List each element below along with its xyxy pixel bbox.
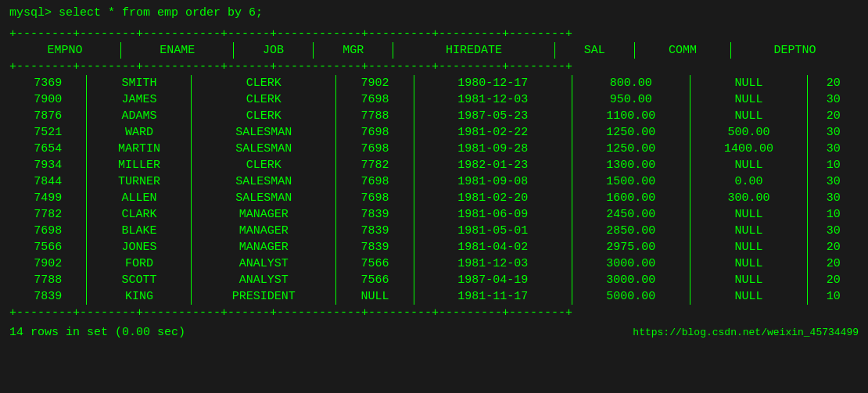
table-row: 7698BLAKEMANAGER78391981-05-012850.00NUL… [9,223,859,239]
table-cell: 10 [808,288,859,305]
col-empno: EMPNO [9,42,121,59]
table-cell: 7839 [336,239,414,255]
table-cell: 7698 [336,124,414,141]
table-cell: 7698 [336,173,414,190]
table-cell: 1981-12-03 [414,255,572,272]
table-cell: NULL [336,288,414,305]
table-cell: 500.00 [690,124,808,141]
table-cell: MANAGER [192,239,336,255]
table-cell: NULL [690,91,808,108]
table-cell: 10 [808,157,859,173]
table-cell: CLERK [192,157,336,173]
table-cell: ADAMS [87,108,192,124]
table-cell: NULL [690,255,808,272]
top-separator: +--------+--------+-----------+------+--… [9,26,859,42]
table-cell: 7844 [9,173,87,190]
table-cell: NULL [690,206,808,223]
table-cell: 7782 [9,206,87,223]
table-cell: NULL [690,108,808,124]
table-cell: 2450.00 [572,206,690,223]
table-cell: 7698 [9,223,87,239]
table-row: 7521WARDSALESMAN76981981-02-221250.00500… [9,124,859,141]
table-cell: 30 [808,91,859,108]
table-row: 7844TURNERSALESMAN76981981-09-081500.000… [9,173,859,190]
table-cell: 7876 [9,108,87,124]
table-row: 7369SMITHCLERK79021980-12-17800.00NULL20 [9,75,859,91]
table-cell: 1987-05-23 [414,108,572,124]
table-cell: 0.00 [690,173,808,190]
col-job: JOB [234,42,314,59]
table-cell: 20 [808,108,859,124]
table-row: 7900JAMESCLERK76981981-12-03950.00NULL30 [9,91,859,108]
table-cell: 1100.00 [572,108,690,124]
table-cell: 7654 [9,141,87,157]
table-cell: SMITH [87,75,192,91]
table-cell: 1500.00 [572,173,690,190]
table-cell: FORD [87,255,192,272]
table-cell: 7900 [9,91,87,108]
table-row: 7499ALLENSALESMAN76981981-02-201600.0030… [9,190,859,206]
table-cell: 20 [808,255,859,272]
table-cell: 7698 [336,190,414,206]
table-cell: 7788 [336,108,414,124]
table-cell: 7902 [9,255,87,272]
table-cell: 300.00 [690,190,808,206]
row-count: 14 rows in set (0.00 sec) [9,326,185,339]
table-cell: 7934 [9,157,87,173]
table-cell: 800.00 [572,75,690,91]
table-cell: SCOTT [87,272,192,288]
table-cell: PRESIDENT [192,288,336,305]
table-cell: 7839 [9,288,87,305]
table-cell: 1981-06-09 [414,206,572,223]
table-cell: 7566 [336,255,414,272]
table-cell: 1981-02-20 [414,190,572,206]
table-row: 7902FORDANALYST75661981-12-033000.00NULL… [9,255,859,272]
table-cell: 1981-05-01 [414,223,572,239]
table-cell: ANALYST [192,255,336,272]
table-cell: 7839 [336,206,414,223]
table-cell: 1987-04-19 [414,272,572,288]
table-cell: WARD [87,124,192,141]
table-cell: 10 [808,206,859,223]
table-cell: SALESMAN [192,141,336,157]
table-cell: 7698 [336,141,414,157]
table-cell: NULL [690,272,808,288]
table-cell: ALLEN [87,190,192,206]
table-cell: 1981-09-08 [414,173,572,190]
blog-url: https://blog.csdn.net/weixin_45734499 [633,327,859,338]
table-header-row: EMPNO ENAME JOB MGR HIREDATE SAL COMM DE… [9,42,859,59]
table-cell: 20 [808,75,859,91]
table-cell: 2850.00 [572,223,690,239]
table-cell: JAMES [87,91,192,108]
table-cell: 1250.00 [572,124,690,141]
table-cell: 30 [808,223,859,239]
table-row: 7654MARTINSALESMAN76981981-09-281250.001… [9,141,859,157]
table-cell: 7369 [9,75,87,91]
bottom-separator: +--------+--------+-----------+------+--… [9,305,859,321]
col-ename: ENAME [121,42,234,59]
table-cell: 7499 [9,190,87,206]
table-cell: 3000.00 [572,272,690,288]
table-cell: 1600.00 [572,190,690,206]
table-cell: 1300.00 [572,157,690,173]
table-cell: 3000.00 [572,255,690,272]
table-row: 7566JONESMANAGER78391981-04-022975.00NUL… [9,239,859,255]
table-cell: CLARK [87,206,192,223]
table-cell: 5000.00 [572,288,690,305]
footer: 14 rows in set (0.00 sec) https://blog.c… [9,326,859,339]
table-cell: TURNER [87,173,192,190]
table-cell: CLERK [192,75,336,91]
table-cell: 30 [808,173,859,190]
table-cell: MANAGER [192,223,336,239]
table-cell: SALESMAN [192,124,336,141]
table-cell: 30 [808,124,859,141]
table-cell: CLERK [192,108,336,124]
table-cell: 20 [808,239,859,255]
table-cell: MANAGER [192,206,336,223]
col-comm: COMM [634,42,730,59]
table-cell: MARTIN [87,141,192,157]
table-cell: CLERK [192,91,336,108]
table-cell: NULL [690,239,808,255]
table-cell: 1982-01-23 [414,157,572,173]
table-cell: 1981-12-03 [414,91,572,108]
